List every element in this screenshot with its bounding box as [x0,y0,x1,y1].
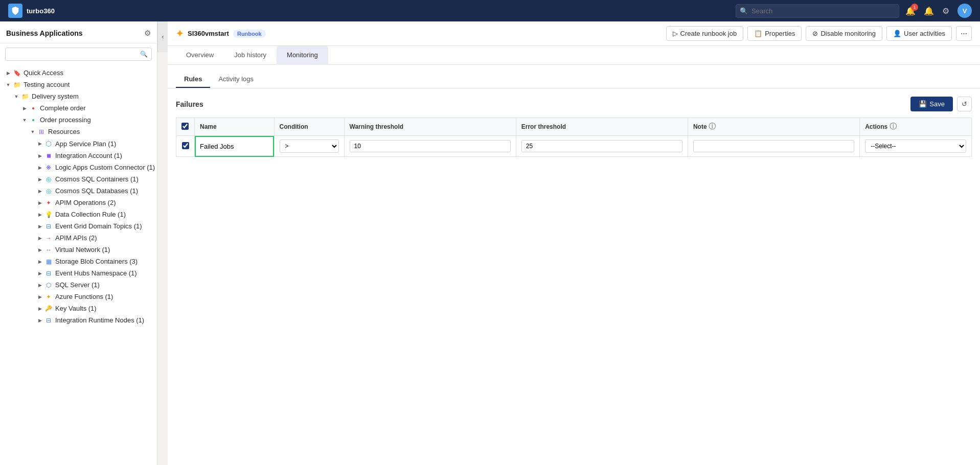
refresh-button[interactable]: ↺ [957,97,972,111]
chevron-right-icon: ▶ [4,71,12,76]
failed-jobs-label: Failed Jobs [200,143,234,150]
search-input[interactable] [736,4,899,18]
sidebar: Business Applications ⚙ 🔍 ▶ 🔖 Quick Acce… [0,21,157,465]
sidebar-item-app-service-plan[interactable]: ▶ ⬡ App Service Plan (1) [0,137,157,150]
quick-access-label: Quick Access [24,69,63,77]
row-checkbox[interactable] [182,142,189,149]
tab-overview[interactable]: Overview [176,46,224,65]
chevron-down-icon: ▼ [12,94,20,99]
sidebar-item-logic-apps[interactable]: ▶ ❋ Logic Apps Custom Connector (1) [0,161,157,173]
user-avatar[interactable]: V [958,4,972,18]
sidebar-item-apim-operations[interactable]: ▶ ✦ APIM Operations (2) [0,197,157,208]
apim-operations-label: APIM Operations (2) [55,199,116,206]
sidebar-item-resources[interactable]: ▼ ⊞ Resources [0,126,157,137]
cosmos-databases-icon: ◎ [44,188,53,195]
subtab-rules[interactable]: Rules [176,71,210,88]
cosmos-sql-containers-label: Cosmos SQL Containers (1) [55,175,139,183]
sidebar-item-data-collection-rule[interactable]: ▶ 💡 Data Collection Rule (1) [0,208,157,220]
alerts-button[interactable]: 🔔 [924,6,934,16]
sidebar-item-virtual-network[interactable]: ▶ ↔ Virtual Network (1) [0,244,157,255]
chevron-down-icon: ▼ [20,118,29,123]
sidebar-collapse-button[interactable]: ‹ [157,21,168,52]
condition-select[interactable]: > < = >= <= [280,140,339,153]
tab-monitoring[interactable]: Monitoring [277,46,328,65]
note-input[interactable] [693,140,854,152]
app-name: turbo360 [27,7,55,15]
chevron-right-icon: ▶ [36,294,44,299]
sidebar-gear-icon[interactable]: ⚙ [144,29,151,38]
notifications-button[interactable]: 🔔 1 [905,6,916,16]
main-content: Failures 💾 Save ↺ [168,88,980,465]
chevron-right-icon: ▶ [36,200,44,205]
actions-info-icon[interactable]: ⓘ [890,122,897,130]
sidebar-item-quick-access[interactable]: ▶ 🔖 Quick Access [0,67,157,79]
user-activities-label: User activities [904,30,945,37]
chevron-right-icon: ▶ [36,165,44,170]
runbook-badge: Runbook [233,30,266,38]
app-logo[interactable]: turbo360 [8,4,55,18]
save-icon: 💾 [919,100,927,108]
sidebar-item-order-processing[interactable]: ▼ ● Order processing [0,114,157,126]
logic-apps-label: Logic Apps Custom Connector (1) [55,164,155,171]
user-activities-button[interactable]: 👤 User activities [886,26,952,41]
sidebar-item-cosmos-sql-databases[interactable]: ▶ ◎ Cosmos SQL Databases (1) [0,185,157,197]
cosmos-sql-databases-label: Cosmos SQL Databases (1) [55,187,138,195]
th-warning-threshold: Warning threshold [344,118,516,136]
cosmos-containers-icon: ◎ [44,176,53,183]
properties-button[interactable]: 📋 Properties [747,26,802,41]
resources-icon: ⊞ [37,128,46,135]
error-threshold-input[interactable] [521,140,682,152]
notification-badge: 1 [911,4,918,11]
subtab-activity-logs[interactable]: Activity logs [210,71,262,88]
subtabs: Rules Activity logs [168,65,980,88]
storage-blob-label: Storage Blob Containers (3) [55,258,138,265]
apim-apis-label: APIM APIs (2) [55,234,97,242]
section-title: Failures [176,100,203,108]
azure-functions-icon: ✦ [44,293,53,300]
settings-button[interactable]: ⚙ [942,6,949,16]
sidebar-item-event-grid[interactable]: ▶ ⊟ Event Grid Domain Topics (1) [0,220,157,232]
sidebar-item-delivery-system[interactable]: ▼ 📁 Delivery system [0,90,157,102]
runbook-title: SI360vmstart [188,30,229,37]
tab-job-history[interactable]: Job history [224,46,277,65]
select-all-checkbox[interactable] [181,123,189,130]
actions-select[interactable]: --Select-- Send email Create ticket Run … [865,140,966,153]
sidebar-item-integration-runtime[interactable]: ▶ ⊟ Integration Runtime Nodes (1) [0,314,157,326]
virtual-network-label: Virtual Network (1) [55,246,110,253]
chevron-right-icon: ▶ [36,153,44,158]
sidebar-item-testing-account[interactable]: ▼ 📁 Testing account [0,79,157,90]
sidebar-item-storage-blob[interactable]: ▶ ▦ Storage Blob Containers (3) [0,255,157,267]
sidebar-item-cosmos-sql-containers[interactable]: ▶ ◎ Cosmos SQL Containers (1) [0,173,157,185]
content-actions: ▷ Create runbook job 📋 Properties ⊘ Disa… [666,26,972,41]
sidebar-item-key-vaults[interactable]: ▶ 🔑 Key Vaults (1) [0,303,157,314]
sidebar-title: Business Applications [6,29,83,37]
sidebar-search-icon: 🔍 [140,51,148,58]
sidebar-search-input[interactable] [5,48,152,61]
row-checkbox-cell [176,136,195,157]
sidebar-item-integration-account[interactable]: ▶ ◼ Integration Account (1) [0,150,157,161]
more-options-button[interactable]: ⋯ [956,26,972,41]
note-info-icon[interactable]: ⓘ [709,122,716,130]
azure-functions-label: Azure Functions (1) [55,293,113,300]
content-area: ✦ SI360vmstart Runbook ▷ Create runbook … [168,21,980,465]
create-runbook-job-button[interactable]: ▷ Create runbook job [666,26,744,41]
save-button[interactable]: 💾 Save [910,97,953,111]
sidebar-item-azure-functions[interactable]: ▶ ✦ Azure Functions (1) [0,291,157,303]
bookmark-icon: 🔖 [12,69,21,77]
sidebar-item-sql-server[interactable]: ▶ ⬡ SQL Server (1) [0,279,157,291]
sidebar-item-event-hubs[interactable]: ▶ ⊟ Event Hubs Namespace (1) [0,267,157,279]
sidebar-item-complete-order[interactable]: ▶ ● Complete order [0,102,157,114]
disable-monitoring-button[interactable]: ⊘ Disable monitoring [806,26,882,41]
folder-icon: 📁 [20,93,30,100]
warning-threshold-input[interactable] [350,140,511,152]
chevron-right-icon: ▶ [36,189,44,194]
chevron-right-icon: ▶ [20,106,29,111]
row-note-cell [688,136,859,157]
th-condition: Condition [274,118,344,136]
sidebar-item-apim-apis[interactable]: ▶ → APIM APIs (2) [0,232,157,244]
th-note: Note ⓘ [688,118,859,136]
event-hubs-icon: ⊟ [44,270,53,277]
chevron-right-icon: ▶ [36,247,44,252]
chevron-right-icon: ▶ [36,259,44,264]
dot-green-icon: ● [29,117,38,123]
